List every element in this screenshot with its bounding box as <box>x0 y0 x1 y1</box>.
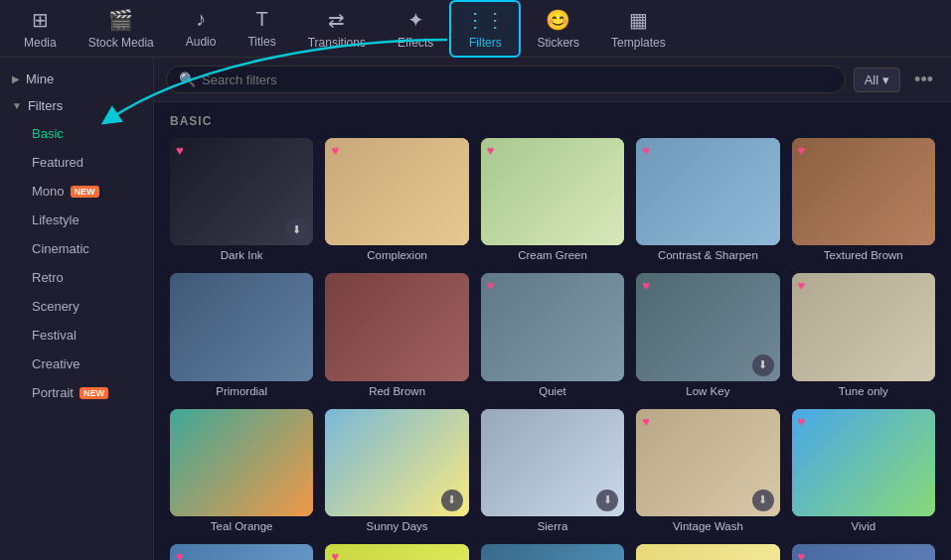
toolbar-item-media[interactable]: ⊞ Media <box>8 0 73 58</box>
filter-card-sunny-days[interactable]: ⬇Sunny Days <box>325 409 468 532</box>
heart-icon[interactable]: ♥ <box>798 414 806 429</box>
toolbar-item-filters[interactable]: ⋮⋮ Filters <box>449 0 521 58</box>
sidebar-mine-header[interactable]: ▶Mine <box>0 66 153 92</box>
filter-card-clear-contrast[interactable]: ⬇Clear Contrast 03 <box>481 544 624 560</box>
stock-media-icon: 🎬 <box>108 8 133 32</box>
toolbar-label-titles: Titles <box>247 35 275 49</box>
filter-name-complexion: Complexion <box>325 249 468 261</box>
sidebar-item-retro[interactable]: Retro <box>4 263 149 292</box>
sidebar-item-scenery[interactable]: Scenery <box>4 292 149 321</box>
sidebar-item-label-basic: Basic <box>32 126 64 141</box>
filter-name-teal-orange: Teal Orange <box>170 520 313 532</box>
filter-dropdown[interactable]: All ▾ <box>854 68 900 92</box>
filter-card-red-brown[interactable]: Red Brown <box>325 273 468 396</box>
filter-name-textured-brown: Textured Brown <box>792 249 935 261</box>
sidebar: ▶Mine▼FiltersBasicFeaturedMonoNEWLifesty… <box>0 58 154 560</box>
heart-icon[interactable]: ♥ <box>642 414 650 429</box>
filter-thumb-teal-orange <box>170 409 313 516</box>
filter-card-sierra[interactable]: ⬇Sierra <box>481 409 624 532</box>
download-icon[interactable]: ⬇ <box>441 490 463 511</box>
filter-card-complexion[interactable]: ♥Complexion <box>325 138 468 261</box>
heart-icon[interactable]: ♥ <box>487 278 495 293</box>
sidebar-filters-header[interactable]: ▼Filters <box>0 92 153 119</box>
heart-icon[interactable]: ♥ <box>642 278 650 293</box>
filter-card-low-key[interactable]: ♥⬇Low Key <box>636 273 779 396</box>
filter-thumb-sierra: ⬇ <box>481 409 624 516</box>
filter-card-chartreuse[interactable]: ♥⬇Chartreuse <box>325 544 468 560</box>
filter-name-tune-only: Tune only <box>792 385 935 397</box>
toolbar-item-audio[interactable]: ♪ Audio <box>170 0 233 57</box>
toolbar-item-transitions[interactable]: ⇄ Transitions <box>292 0 382 58</box>
filter-thumb-contrast-sharpen: ♥ <box>636 138 779 245</box>
toolbar-item-effects[interactable]: ✦ Effects <box>382 0 449 58</box>
toolbar-item-stickers[interactable]: 😊 Stickers <box>521 0 595 58</box>
effects-icon: ✦ <box>407 8 424 32</box>
filter-name-cream-green: Cream Green <box>481 249 624 261</box>
search-icon: 🔍 <box>179 71 196 87</box>
download-icon[interactable]: ⬇ <box>596 490 618 511</box>
main-area: ▶Mine▼FiltersBasicFeaturedMonoNEWLifesty… <box>0 58 951 560</box>
heart-icon[interactable]: ♥ <box>331 143 339 158</box>
transitions-icon: ⇄ <box>328 8 345 32</box>
filter-thumb-bright: ⬇ <box>636 544 779 560</box>
filter-thumb-blue-grey-02: ♥⬇ <box>792 544 935 560</box>
sidebar-item-lifestyle[interactable]: Lifestyle <box>4 206 149 234</box>
filter-card-contrast-sharpen[interactable]: ♥Contrast & Sharpen <box>636 138 779 261</box>
badge-portrait: NEW <box>79 387 108 399</box>
toolbar-item-templates[interactable]: ▦ Templates <box>595 0 682 58</box>
filter-card-cream-green[interactable]: ♥Cream Green <box>481 138 624 261</box>
content-area: 🔍 All ▾ ••• BASIC ♥⬇Dark Ink♥Complexion♥… <box>154 58 951 560</box>
filter-card-quiet[interactable]: ♥Quiet <box>481 273 624 396</box>
filter-card-bright[interactable]: ⬇Bright <box>636 544 779 560</box>
heart-icon[interactable]: ♥ <box>798 143 806 158</box>
filter-card-primordial[interactable]: Primordial <box>170 273 313 396</box>
expand-icon: ▶ <box>12 73 20 84</box>
download-icon[interactable]: ⬇ <box>752 354 774 376</box>
search-input-wrap[interactable]: 🔍 <box>166 66 846 93</box>
toolbar-label-media: Media <box>24 36 57 50</box>
sidebar-item-portrait[interactable]: PortraitNEW <box>4 378 149 407</box>
sidebar-item-cinematic[interactable]: Cinematic <box>4 234 149 263</box>
filter-card-vivid[interactable]: ♥Vivid <box>792 409 935 532</box>
toolbar: ⊞ Media 🎬 Stock Media ♪ Audio T Titles ⇄… <box>0 0 951 58</box>
sidebar-item-festival[interactable]: Festival <box>4 321 149 350</box>
sidebar-item-label-festival: Festival <box>32 328 77 343</box>
heart-icon[interactable]: ♥ <box>176 549 184 560</box>
filter-name-vintage-wash: Vintage Wash <box>636 520 779 532</box>
toolbar-item-titles[interactable]: T Titles <box>232 0 291 57</box>
filter-card-teal-orange[interactable]: Teal Orange <box>170 409 313 532</box>
filter-card-vintage-wash[interactable]: ♥⬇Vintage Wash <box>636 409 779 532</box>
sidebar-item-featured[interactable]: Featured <box>4 148 149 177</box>
media-icon: ⊞ <box>32 8 49 32</box>
filter-grid: ♥⬇Dark Ink♥Complexion♥Cream Green♥Contra… <box>170 138 935 560</box>
sidebar-item-basic[interactable]: Basic <box>4 119 149 148</box>
heart-icon[interactable]: ♥ <box>487 143 495 158</box>
filter-name-dark-ink: Dark Ink <box>170 249 313 261</box>
heart-icon[interactable]: ♥ <box>331 549 339 560</box>
filter-card-textured-brown[interactable]: ♥Textured Brown <box>792 138 935 261</box>
toolbar-label-effects: Effects <box>397 36 433 50</box>
chevron-down-icon: ▾ <box>882 72 889 87</box>
filter-label: All <box>865 72 878 87</box>
more-options-button[interactable]: ••• <box>908 68 939 92</box>
heart-icon[interactable]: ♥ <box>798 549 806 560</box>
filter-name-vivid: Vivid <box>792 520 935 532</box>
download-icon[interactable]: ⬇ <box>752 490 774 511</box>
search-input[interactable] <box>202 72 833 87</box>
grid-area: BASIC ♥⬇Dark Ink♥Complexion♥Cream Green♥… <box>154 102 951 560</box>
heart-icon[interactable]: ♥ <box>176 143 184 158</box>
filter-thumb-complexion: ♥ <box>325 138 468 245</box>
heart-icon[interactable]: ♥ <box>642 143 650 158</box>
filter-card-bluish-grey[interactable]: ♥⬇Bluish Grey <box>170 544 313 560</box>
filter-card-blue-grey-02[interactable]: ♥⬇Blue Grey 02 <box>792 544 935 560</box>
filter-card-dark-ink[interactable]: ♥⬇Dark Ink <box>170 138 313 261</box>
filter-thumb-dark-ink: ♥⬇ <box>170 138 313 245</box>
toolbar-item-stock-media[interactable]: 🎬 Stock Media <box>73 0 170 58</box>
toolbar-label-filters: Filters <box>469 36 502 50</box>
filter-card-tune-only[interactable]: ♥Tune only <box>792 273 935 396</box>
filter-name-red-brown: Red Brown <box>325 385 468 397</box>
sidebar-item-mono[interactable]: MonoNEW <box>4 177 149 206</box>
heart-icon[interactable]: ♥ <box>798 278 806 293</box>
filter-thumb-bluish-grey: ♥⬇ <box>170 544 313 560</box>
sidebar-item-creative[interactable]: Creative <box>4 350 149 378</box>
